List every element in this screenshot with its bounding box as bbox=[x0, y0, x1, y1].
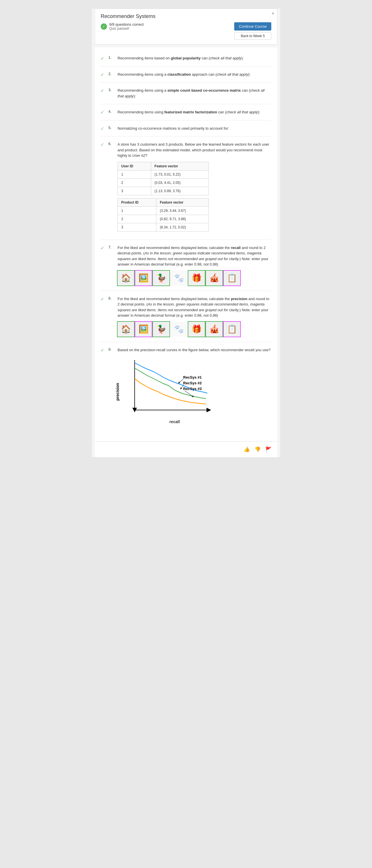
question-6: ✓ 6. A store has 3 customers and 3 produ… bbox=[100, 136, 272, 240]
q9-body: Based on the precision-recall curves in … bbox=[117, 347, 272, 433]
q2-body: Recommending items using a classificatio… bbox=[117, 72, 272, 78]
q3-check-icon: ✓ bbox=[100, 88, 106, 93]
products-table: Product ID Feature vector 1(3.29, 3.44, … bbox=[117, 198, 209, 231]
user-id-header: User ID bbox=[118, 162, 151, 170]
image-item: 📋 bbox=[224, 271, 240, 285]
question-7: ✓ 7. For the liked and recommended items… bbox=[100, 240, 272, 291]
q7-check-icon: ✓ bbox=[100, 245, 106, 250]
svg-text:RecSys #3: RecSys #3 bbox=[183, 386, 202, 391]
q6-check-icon: ✓ bbox=[100, 142, 106, 147]
q4-number: 4. bbox=[108, 110, 115, 114]
quiz-passed: Quiz passed! bbox=[109, 27, 144, 31]
product-id-header: Product ID bbox=[118, 198, 156, 207]
table-cell: (3.29, 3.44, 3.67) bbox=[156, 207, 209, 215]
question-9: ✓ 9. Based on the precision-recall curve… bbox=[100, 342, 272, 439]
q7-number: 7. bbox=[108, 245, 115, 249]
q2-number: 2. bbox=[108, 72, 115, 76]
q5-check-icon: ✓ bbox=[100, 126, 106, 131]
q5-number: 5. bbox=[108, 126, 115, 130]
image-item: 🖼️ bbox=[135, 322, 152, 337]
continue-course-button[interactable]: Continue Course bbox=[234, 22, 271, 31]
q3-body: Recommending items using a simple count … bbox=[117, 88, 272, 99]
q1-number: 1. bbox=[108, 55, 115, 60]
table-cell: (0.03, 4.41, 2.05) bbox=[151, 179, 208, 187]
q8-image-grid: 🏠🖼️🦆🐾🎁🎪📋 bbox=[117, 322, 272, 337]
table-cell: (1.13, 0.89, 3.76) bbox=[151, 187, 208, 195]
svg-line-5 bbox=[179, 379, 183, 383]
image-item: 🐾 bbox=[171, 271, 187, 285]
q5-body: Normalizing co-occurrence matrices is us… bbox=[117, 126, 272, 131]
q3-number: 3. bbox=[108, 88, 115, 92]
image-item: 🏠 bbox=[117, 322, 134, 337]
table-cell: 3 bbox=[118, 187, 151, 195]
check-circle-icon: ✓ bbox=[101, 23, 107, 30]
quiz-status: ✓ 9/9 questions correct Quiz passed! bbox=[101, 22, 144, 31]
q9-check-icon: ✓ bbox=[100, 347, 106, 352]
q6-number: 6. bbox=[108, 142, 115, 146]
q1-body: Recommending items based on global popul… bbox=[117, 55, 272, 61]
q9-number: 9. bbox=[108, 347, 115, 351]
image-item: 🦆 bbox=[153, 271, 169, 285]
q7-body: For the liked and recommended items disp… bbox=[117, 245, 272, 285]
table-cell: 2 bbox=[118, 179, 151, 187]
q4-check-icon: ✓ bbox=[100, 110, 106, 115]
q2-check-icon: ✓ bbox=[100, 72, 106, 77]
users-table: User ID Feature vector 1(1.73, 0.01, 5.2… bbox=[117, 162, 209, 195]
question-4: ✓ 4. Recommending items using featurized… bbox=[100, 104, 272, 121]
quiz-score: 9/9 questions correct bbox=[109, 22, 144, 27]
header-card: × Recommender Systems ✓ 9/9 questions co… bbox=[95, 8, 277, 44]
product-feature-vector-header: Feature vector bbox=[156, 198, 209, 207]
image-item: 🎁 bbox=[188, 271, 205, 285]
table-cell: 1 bbox=[118, 170, 151, 179]
table-cell: (8.34, 1.72, 0.02) bbox=[156, 223, 209, 231]
flag-icon[interactable]: 🚩 bbox=[265, 446, 272, 453]
q7-image-grid: 🏠🖼️🦆🐾🎁🎪📋 bbox=[117, 271, 272, 285]
q8-text: For the liked and recommended items disp… bbox=[117, 296, 272, 318]
svg-text:RecSys #2: RecSys #2 bbox=[183, 381, 202, 385]
question-1: ✓ 1. Recommending items based on global … bbox=[100, 50, 272, 66]
q9-text: Based on the precision-recall curves in … bbox=[117, 347, 272, 353]
table-cell: 3 bbox=[118, 223, 156, 231]
q8-body: For the liked and recommended items disp… bbox=[117, 296, 272, 337]
question-5: ✓ 5. Normalizing co-occurrence matrices … bbox=[100, 121, 272, 137]
table-cell: 1 bbox=[118, 207, 156, 215]
image-item: 🎪 bbox=[206, 271, 223, 285]
close-button[interactable]: × bbox=[272, 11, 274, 16]
page-wrapper: × Recommender Systems ✓ 9/9 questions co… bbox=[92, 8, 280, 457]
image-item: 🐾 bbox=[171, 322, 187, 337]
q4-body: Recommending items using featurized matr… bbox=[117, 110, 272, 115]
question-2: ✓ 2. Recommending items using a classifi… bbox=[100, 66, 272, 83]
header-bottom: ✓ 9/9 questions correct Quiz passed! Con… bbox=[101, 22, 271, 40]
image-item: 🎁 bbox=[188, 322, 205, 337]
thumbs-down-icon[interactable]: 👎 bbox=[255, 446, 261, 453]
thumbs-up-icon[interactable]: 👍 bbox=[244, 446, 250, 453]
table-cell: (0.82, 9.71, 3.88) bbox=[156, 215, 209, 223]
q6-body: A store has 3 customers and 3 products. … bbox=[117, 142, 272, 235]
question-8: ✓ 8. For the liked and recommended items… bbox=[100, 291, 272, 342]
table-cell: (1.73, 0.01, 5.22) bbox=[151, 170, 208, 179]
chart-svg: RecSys #1 RecSys #2 RecSys #3 bbox=[126, 357, 212, 420]
q7-text: For the liked and recommended items disp… bbox=[117, 245, 272, 267]
questions-area: ✓ 1. Recommending items based on global … bbox=[95, 48, 277, 441]
question-3: ✓ 3. Recommending items using a simple c… bbox=[100, 83, 272, 104]
svg-text:RecSys #1: RecSys #1 bbox=[183, 375, 202, 379]
image-item: 🎪 bbox=[206, 322, 223, 337]
image-item: 🏠 bbox=[117, 271, 134, 285]
image-item: 🦆 bbox=[153, 322, 169, 337]
back-to-week5-button[interactable]: Back to Week 5 bbox=[234, 32, 271, 40]
image-item: 📋 bbox=[224, 322, 240, 337]
svg-line-7 bbox=[184, 391, 193, 397]
page-title: Recommender Systems bbox=[101, 13, 271, 20]
q8-check-icon: ✓ bbox=[100, 297, 106, 302]
y-axis-label: precision bbox=[115, 383, 121, 401]
q8-number: 8. bbox=[108, 296, 115, 300]
table-cell: 2 bbox=[118, 215, 156, 223]
footer-bar: 👍 👎 🚩 bbox=[95, 441, 277, 457]
btn-group: Continue Course Back to Week 5 bbox=[234, 22, 271, 40]
image-item: 🖼️ bbox=[135, 271, 152, 285]
q6-text: A store has 3 customers and 3 products. … bbox=[117, 142, 272, 158]
q1-check-icon: ✓ bbox=[100, 56, 106, 61]
quiz-info: 9/9 questions correct Quiz passed! bbox=[109, 22, 144, 31]
feature-vector-header: Feature vector bbox=[151, 162, 208, 170]
